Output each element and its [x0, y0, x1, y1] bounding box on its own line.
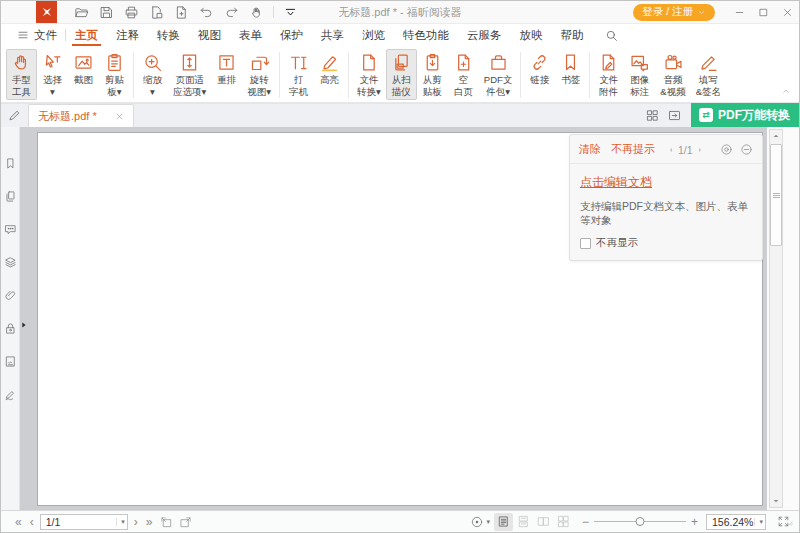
new-document-button[interactable] [169, 1, 194, 24]
ribbon-file-convert-button[interactable]: 文件 转换▾ [352, 49, 386, 100]
ribbon-audio-video-button[interactable]: 音频 &视频 [655, 49, 690, 100]
view-mode-facing-continuous-button[interactable] [554, 513, 573, 531]
scrollbar-grip [773, 195, 780, 196]
sidebar-panel-digital-signatures[interactable] [1, 345, 19, 378]
tab-switch-button[interactable] [663, 103, 685, 127]
ribbon-snapshot-button[interactable]: 截图 [68, 49, 99, 88]
scrollbar-thumb[interactable] [770, 144, 782, 246]
navigation-sidebar [1, 127, 20, 510]
menu-tab-features[interactable]: 特色功能 [394, 24, 458, 46]
menu-tab-home[interactable]: 主页 [66, 24, 107, 46]
search-icon [605, 29, 618, 42]
ribbon-hand-tool-button[interactable]: 手型 工具 [6, 49, 37, 100]
next-page-button[interactable]: › [130, 516, 142, 528]
ribbon-pdf-portfolio-button[interactable]: PDF文 件包▾ [479, 49, 518, 100]
hint-collapse-icon[interactable] [740, 143, 753, 156]
ribbon-clipboard-button[interactable]: 剪贴 板▾ [99, 49, 130, 100]
sidebar-panel-bookmarks[interactable] [1, 147, 19, 180]
minimize-button[interactable] [727, 1, 751, 24]
save-button[interactable] [94, 1, 119, 24]
pager-next-icon[interactable] [696, 146, 704, 154]
menu-tab-share[interactable]: 共享 [312, 24, 353, 46]
pager-prev-icon[interactable] [667, 146, 675, 154]
next-view-button[interactable] [176, 512, 196, 532]
quick-edit-button[interactable] [1, 103, 28, 127]
ribbon-link-button[interactable]: 链接 [524, 49, 555, 88]
save-as-button[interactable] [144, 1, 169, 24]
menu-tab-form[interactable]: 表单 [230, 24, 271, 46]
pdf-convert-button[interactable]: ⇄ PDF万能转换 [691, 103, 799, 127]
undo-button[interactable] [194, 1, 219, 24]
sidebar-panel-security[interactable] [1, 312, 19, 345]
open-folder-button[interactable] [69, 1, 94, 24]
app-logo[interactable] [36, 1, 57, 23]
print-button[interactable] [119, 1, 144, 24]
dont-remind-button[interactable]: 不再提示 [611, 142, 655, 157]
edit-document-link[interactable]: 点击编辑文档 [580, 174, 652, 191]
resize-grip-icon[interactable] [788, 521, 798, 531]
maximize-button[interactable] [751, 1, 775, 24]
clear-button[interactable]: 清除 [579, 142, 601, 157]
ribbon-typewriter-button[interactable]: 打 字机 [283, 49, 314, 100]
ribbon-blank-page-button[interactable]: 空 白页 [448, 49, 479, 100]
menu-tab-cloud[interactable]: 云服务 [458, 24, 511, 46]
file-menu-button[interactable]: 文件 [9, 24, 65, 46]
hint-settings-icon[interactable] [720, 143, 733, 156]
ribbon-group-separator [279, 52, 280, 98]
customize-toolbar-button[interactable] [278, 1, 303, 24]
ribbon-rotate-view-button[interactable]: 旋转 视图▾ [242, 49, 276, 100]
redo-button[interactable] [219, 1, 244, 24]
scroll-down-button[interactable] [770, 495, 782, 507]
scroll-up-button[interactable] [770, 130, 782, 142]
previous-view-button[interactable] [156, 512, 176, 532]
tab-grid-button[interactable] [641, 103, 663, 127]
first-page-button[interactable]: « [11, 516, 26, 528]
ribbon-bookmark-button[interactable]: 书签 [555, 49, 586, 88]
vertical-scrollbar[interactable] [769, 129, 783, 508]
ribbon-page-fit-button[interactable]: 页面适 应选项▾ [168, 49, 211, 100]
collapse-ribbon-button[interactable] [781, 82, 791, 100]
ribbon-from-scanner-button[interactable]: 从扫 描仪 [386, 49, 417, 100]
search-button[interactable] [601, 24, 622, 46]
dont-show-checkbox[interactable] [580, 238, 591, 249]
document-tab[interactable]: 无标题.pdf * [28, 104, 134, 127]
tab-close-button[interactable] [115, 112, 124, 121]
zoom-level-combobox[interactable]: 156.24% ▾ [706, 514, 766, 530]
sidebar-panel-attachments[interactable] [1, 279, 19, 312]
ribbon-zoom-button[interactable]: 缩放 ▾ [137, 49, 168, 100]
zoom-slider-thumb[interactable] [635, 517, 644, 526]
previous-page-button[interactable]: ‹ [26, 516, 38, 528]
zoom-slider[interactable] [594, 515, 686, 529]
ribbon-file-attachment-button[interactable]: 文件 附件 [593, 49, 624, 100]
view-mode-facing-button[interactable] [534, 513, 553, 531]
sidebar-panel-sign[interactable] [1, 378, 19, 411]
sidebar-panel-pages[interactable] [1, 180, 19, 213]
menu-tab-comment[interactable]: 注释 [107, 24, 148, 46]
ribbon-image-annotation-button[interactable]: 图像 标注 [624, 49, 655, 100]
ribbon-select-button[interactable]: 选择 ▾ [37, 49, 68, 100]
ribbon-highlight-button[interactable]: 高亮 [314, 49, 345, 88]
page-display-mode-button[interactable]: ▾ [470, 515, 490, 529]
login-button[interactable]: 登录 / 注册 [633, 4, 715, 21]
close-button[interactable] [775, 1, 799, 24]
view-mode-continuous-button[interactable] [514, 513, 533, 531]
view-mode-single-page-button[interactable] [494, 513, 513, 531]
menu-tab-protect[interactable]: 保护 [271, 24, 312, 46]
zoom-out-button[interactable]: − [579, 516, 592, 528]
menu-tab-convert[interactable]: 转换 [148, 24, 189, 46]
zoom-in-button[interactable]: + [688, 516, 701, 528]
hand-dropdown-button[interactable] [244, 1, 269, 24]
page-number-combobox[interactable]: 1/1 ▾ [40, 514, 128, 530]
menu-tab-slideshow[interactable]: 放映 [511, 24, 552, 46]
sidebar-panel-comments[interactable] [1, 213, 19, 246]
menu-tab-browse[interactable]: 浏览 [353, 24, 394, 46]
last-page-button[interactable]: » [142, 516, 157, 528]
scrollbar-gutter [767, 127, 799, 510]
ribbon-from-clipboard-button[interactable]: 从剪 贴板 [417, 49, 448, 100]
menu-tab-view[interactable]: 视图 [189, 24, 230, 46]
ribbon-reflow-button[interactable]: 重排 [211, 49, 242, 88]
panel-expand-handle[interactable] [20, 317, 28, 335]
ribbon-fill-sign-button[interactable]: 填写 &签名 [691, 49, 726, 100]
menu-tab-help[interactable]: 帮助 [552, 24, 593, 46]
sidebar-panel-layers[interactable] [1, 246, 19, 279]
